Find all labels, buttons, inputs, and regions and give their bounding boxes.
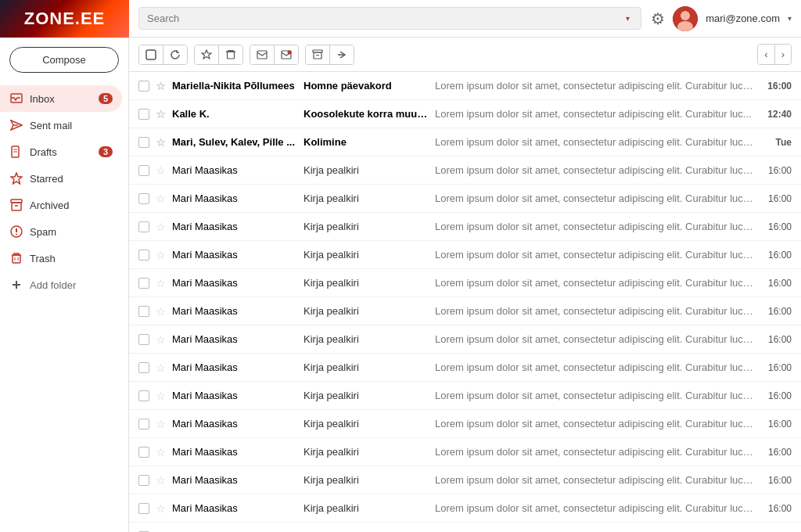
star-icon[interactable]: ☆	[156, 361, 166, 374]
email-subject: Koosolekute korra muudatused s...	[304, 108, 429, 120]
search-input[interactable]	[147, 13, 616, 24]
email-checkbox[interactable]	[138, 447, 149, 458]
star-icon[interactable]: ☆	[156, 305, 166, 318]
star-icon[interactable]: ☆	[156, 474, 166, 487]
sidebar-label-sent: Sent mail	[30, 120, 113, 131]
email-checkbox[interactable]	[138, 334, 149, 345]
email-row[interactable]: ☆ Mari Maasikas Kirja pealkiri Lorem ips…	[129, 156, 801, 185]
svg-point-1	[681, 11, 690, 20]
email-row[interactable]: ☆ Mari Maasikas Kirja pealkiri Lorem ips…	[129, 466, 801, 494]
sidebar-item-sent[interactable]: Sent mail	[0, 112, 122, 138]
email-preview: Lorem ipsum dolor sit amet, consectetur …	[435, 108, 754, 120]
email-checkbox[interactable]	[138, 137, 149, 148]
star-icon[interactable]: ☆	[156, 136, 166, 149]
move-button[interactable]	[330, 45, 354, 64]
email-checkbox[interactable]	[138, 390, 149, 401]
user-dropdown-button[interactable]: ▾	[788, 14, 792, 23]
email-row[interactable]: ☆ Mariella-Nikita Põllumees Homne päevak…	[129, 72, 801, 100]
compose-button[interactable]: Compose	[9, 47, 119, 73]
sidebar-item-add-folder[interactable]: Add folder	[0, 271, 122, 298]
email-row[interactable]: ☆ Mari Maasikas Kirja pealkiri Lorem ips…	[129, 410, 801, 438]
email-preview: Lorem ipsum dolor sit amet, consectetur …	[435, 474, 754, 486]
email-checkbox[interactable]	[138, 306, 149, 317]
sidebar-item-starred[interactable]: Starred	[0, 165, 122, 192]
starred-icon	[9, 171, 23, 185]
email-row[interactable]: ☆ Mari Maasikas Kirja pealkiri Lorem ips…	[129, 354, 801, 382]
email-checkbox[interactable]	[138, 250, 149, 261]
spam-icon	[9, 225, 23, 239]
email-preview: Lorem ipsum dolor sit amet, consectetur …	[435, 446, 754, 458]
drafts-badge: 3	[99, 146, 113, 157]
email-time: 16:00	[760, 419, 792, 430]
add-folder-icon	[9, 278, 23, 292]
email-checkbox[interactable]	[138, 419, 149, 430]
email-checkbox[interactable]	[138, 109, 149, 120]
email-checkbox[interactable]	[138, 221, 149, 232]
sidebar-item-drafts[interactable]: Drafts 3	[0, 138, 122, 165]
search-dropdown-button[interactable]: ▾	[623, 14, 633, 23]
email-checkbox[interactable]	[138, 503, 149, 514]
email-toolbar: ‹ ›	[129, 38, 801, 72]
star-icon[interactable]: ☆	[156, 108, 166, 120]
email-row[interactable]: ☆ Mari Maasikas Kirja pealkiri Lorem ips…	[129, 297, 801, 325]
email-checkbox[interactable]	[138, 193, 149, 204]
email-row[interactable]: ☆ Mari Maasikas Kirja pealkiri Lorem ips…	[129, 494, 801, 523]
email-preview: Lorem ipsum dolor sit amet, consectetur …	[435, 192, 754, 204]
sidebar-item-inbox[interactable]: Inbox 5	[0, 85, 122, 112]
email-checkbox[interactable]	[138, 362, 149, 373]
email-time: 16:00	[760, 447, 792, 458]
email-row[interactable]: ☆ Mari Maasikas Kirja pealkiri Lorem ips…	[129, 325, 801, 354]
sidebar-item-spam[interactable]: Spam	[0, 218, 122, 245]
email-sender: Mari Maasikas	[172, 390, 297, 401]
star-icon[interactable]: ☆	[156, 390, 166, 402]
read-unread-group	[250, 45, 299, 65]
email-row[interactable]: ☆ Mari Maasikas Kirja pealkiri Lorem ips…	[129, 185, 801, 213]
email-row[interactable]: ☆ Kalle K. Koosolekute korra muudatused …	[129, 100, 801, 128]
star-icon[interactable]: ☆	[156, 502, 166, 515]
email-subject: Kirja pealkiri	[304, 446, 429, 458]
mark-unread-button[interactable]	[275, 45, 298, 64]
star-icon[interactable]: ☆	[156, 80, 166, 92]
email-row[interactable]: ☆ Mari Maasikas Kirja pealkiri Lorem ips…	[129, 382, 801, 410]
star-icon[interactable]: ☆	[156, 221, 166, 233]
user-email: mari@zone.com	[706, 13, 780, 24]
star-icon[interactable]: ☆	[156, 164, 166, 177]
email-row[interactable]: ☆ Mari Maasikas Kirja pealkiri Lorem ips…	[129, 241, 801, 269]
email-checkbox[interactable]	[138, 278, 149, 289]
email-row[interactable]: ☆ Mari Maasikas Kirja pealkiri Lorem ips…	[129, 269, 801, 297]
email-checkbox[interactable]	[138, 475, 149, 486]
email-row[interactable]: ☆ Mari Maasikas Kirja pealkiri Lorem ips…	[129, 523, 801, 532]
star-icon[interactable]: ☆	[156, 192, 166, 205]
select-all-button[interactable]	[139, 45, 163, 64]
logo-text: ZONE.EE	[24, 9, 106, 29]
delete-button[interactable]	[219, 45, 242, 64]
email-row[interactable]: ☆ Mari, Sulev, Kalev, Pille ... Kolimine…	[129, 128, 801, 156]
archive-button[interactable]	[306, 45, 330, 64]
email-time: 16:00	[760, 193, 792, 204]
star-icon[interactable]: ☆	[156, 333, 166, 346]
refresh-button[interactable]	[163, 45, 187, 64]
email-row[interactable]: ☆ Mari Maasikas Kirja pealkiri Lorem ips…	[129, 213, 801, 241]
logo: ZONE.EE	[0, 0, 129, 38]
email-checkbox[interactable]	[138, 165, 149, 176]
email-time: 16:00	[760, 221, 792, 232]
settings-button[interactable]: ⚙	[651, 9, 665, 28]
prev-page-button[interactable]: ‹	[758, 45, 774, 64]
star-button[interactable]	[195, 45, 219, 64]
sidebar-item-archived[interactable]: Archived	[0, 192, 122, 218]
star-toolbar-icon	[201, 49, 212, 60]
sidebar-label-inbox: Inbox	[30, 93, 92, 105]
email-row[interactable]: ☆ Mari Maasikas Kirja pealkiri Lorem ips…	[129, 438, 801, 466]
email-sender: Kalle K.	[172, 108, 297, 120]
star-icon[interactable]: ☆	[156, 446, 166, 458]
header-right: ⚙ mari@zone.com ▾	[651, 6, 792, 31]
next-page-button[interactable]: ›	[775, 45, 791, 64]
mark-read-button[interactable]	[250, 45, 275, 64]
star-icon[interactable]: ☆	[156, 277, 166, 289]
svg-rect-23	[228, 52, 235, 59]
star-icon[interactable]: ☆	[156, 249, 166, 261]
email-checkbox[interactable]	[138, 81, 149, 92]
sidebar-item-trash[interactable]: Trash	[0, 245, 122, 271]
star-icon[interactable]: ☆	[156, 418, 166, 430]
email-subject: Kirja pealkiri	[304, 192, 429, 204]
